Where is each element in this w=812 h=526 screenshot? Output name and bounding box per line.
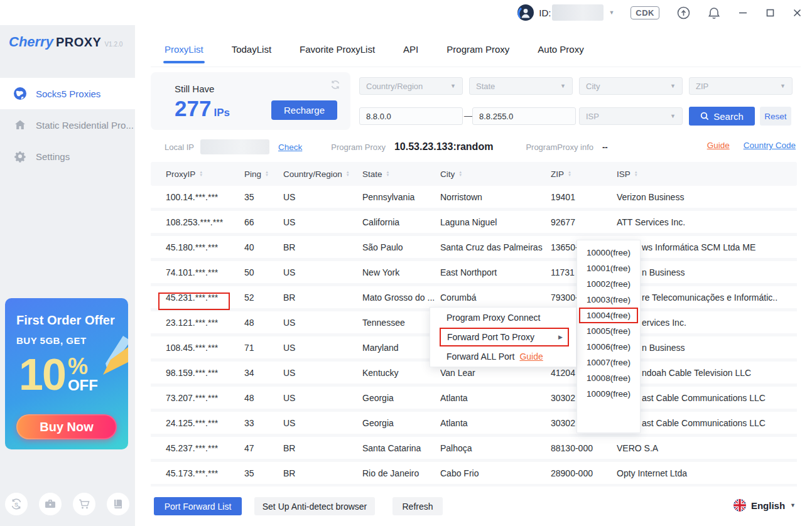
notification-bell-icon[interactable] [708,6,720,19]
search-label: Search [713,111,744,122]
chevron-down-icon: ▼ [450,83,456,89]
guide-link[interactable]: Guide [707,141,730,150]
port-option-10002[interactable]: 10002(free) [577,276,640,292]
port-option-10000[interactable]: 10000(free) [577,245,640,260]
upgrade-icon[interactable] [677,6,690,19]
manual-book-icon[interactable] [107,493,129,515]
port-option-10004[interactable]: 10004(free) [579,308,638,323]
column-header-proxyip[interactable]: ProxyIP▲▼ [151,169,244,179]
tab-favorite-proxylist[interactable]: Favorite ProxyList [300,44,375,63]
table-row[interactable]: 100.14.***.***35USPennsylvaniaNorristown… [151,186,797,211]
column-label: Ping [244,169,261,179]
refund-money-icon[interactable]: S [5,493,28,515]
search-button[interactable]: Search [689,107,755,126]
close-button[interactable] [793,8,802,18]
cell-proxy-ip: 108.45.***.*** [151,343,244,353]
cell-state: California [362,217,440,227]
titlebar: ID: ▼ CDK [0,0,812,25]
cell-proxy-ip: 23.121.***.*** [151,318,244,328]
user-avatar-icon[interactable] [517,4,534,21]
sidebar-item-socks5-proxies[interactable]: Socks5 Proxies [0,78,135,109]
sort-icon[interactable]: ▲▼ [458,171,462,177]
cell-isp: ast Cable Communications LLC [617,418,797,428]
sort-icon[interactable]: ▲▼ [265,171,269,177]
local-ip-redacted [200,139,269,154]
anti-detect-browser-button[interactable]: Set Up Anti-detect browser [254,497,375,515]
refresh-button[interactable]: Refresh [392,497,443,515]
reset-button[interactable]: Reset [760,107,791,126]
table-row[interactable]: 74.101.***.***50USNew YorkEast Northport… [151,261,797,286]
refresh-balance-icon[interactable] [330,80,340,92]
cell-country: US [283,217,362,227]
cell-state: São Paulo [362,242,440,252]
table-row[interactable]: 45.180.***.***40BRSão PauloSanta Cruz da… [151,236,797,261]
tab-api[interactable]: API [403,44,418,63]
sort-icon[interactable]: ▲▼ [346,171,350,177]
port-option-10006[interactable]: 10006(free) [577,339,640,355]
column-header-state[interactable]: State▲▼ [362,169,440,179]
context-menu: Program Proxy Connect Forward Port To Pr… [430,307,577,367]
briefcase-icon[interactable] [39,493,62,515]
tab-todaylist[interactable]: TodayList [232,44,271,63]
state-select[interactable]: State▼ [469,77,573,95]
column-header-city[interactable]: City▲▼ [440,169,551,179]
column-header-zip[interactable]: ZIP▲▼ [551,169,617,179]
language-selector[interactable]: English ▼ [734,499,796,512]
cell-zip: 19401 [551,192,617,202]
cell-city: Cabo Frio [440,468,551,478]
city-select[interactable]: City▼ [579,77,683,95]
table-row[interactable]: 73.207.***.***48USGeorgiaAtlanta30302ast… [151,387,797,412]
account-dropdown-caret-icon[interactable]: ▼ [609,9,614,16]
sort-icon[interactable]: ▲▼ [634,171,638,177]
port-option-10003[interactable]: 10003(free) [577,292,640,308]
menu-item-forward-port-to-proxy[interactable]: Forward Port To Proxy ▶ [440,328,569,346]
ip-range-end-input[interactable]: 8.8.255.0 [472,107,576,125]
zip-placeholder: ZIP [696,82,708,91]
port-option-10009[interactable]: 10009(free) [577,386,640,402]
sort-icon[interactable]: ▲▼ [386,171,390,177]
table-row[interactable]: 108.253.***.***66USCaliforniaLaguna Nigu… [151,211,797,236]
cell-isp: n Business [617,343,797,353]
port-option-10008[interactable]: 10008(free) [577,370,640,386]
cell-isp: n Business [617,267,797,277]
cell-proxy-ip: 108.253.***.*** [151,217,244,227]
sidebar-item-settings[interactable]: Settings [0,141,135,172]
table-row[interactable]: 45.173.***.***35BRRio de JaneiroCabo Fri… [151,462,797,486]
zip-select[interactable]: ZIP▼ [689,77,793,95]
sort-icon[interactable]: ▲▼ [199,171,203,177]
tab-proxylist[interactable]: ProxyList [165,44,203,63]
sidebar: CherryPROXYV1.2.0 Socks5 Proxies [0,25,135,526]
table-row[interactable]: 24.125.***.***33USGeorgiaAtlanta30302ast… [151,412,797,437]
cell-city: Atlanta [440,418,551,428]
port-forward-list-button[interactable]: Port Forward List [154,497,242,515]
ip-range-start-input[interactable]: 8.8.0.0 [359,107,463,125]
cell-proxy-ip: 45.237.***.*** [151,443,244,453]
buy-now-button[interactable]: Buy Now [16,414,117,439]
cdk-button[interactable]: CDK [631,6,659,19]
recharge-button[interactable]: Recharge [271,100,337,120]
shopping-cart-icon[interactable] [73,493,95,515]
menu-item-forward-all-port[interactable]: Forward ALL PortGuide [430,346,576,367]
port-option-10007[interactable]: 10007(free) [577,355,640,370]
menu-item-program-proxy-connect[interactable]: Program Proxy Connect [430,308,576,328]
cell-state: Georgia [362,393,440,403]
isp-placeholder: ISP [586,112,599,121]
table-row[interactable]: 45.237.***.***47BRSanta CatarinaPalhoça8… [151,437,797,462]
port-option-10005[interactable]: 10005(free) [577,323,640,339]
check-link[interactable]: Check [278,142,302,152]
city-placeholder: City [586,82,600,91]
sort-icon[interactable]: ▲▼ [568,171,571,177]
country-code-link[interactable]: Country Code [744,141,796,150]
sidebar-item-static-residential[interactable]: Static Residential Pro... [0,109,135,141]
isp-select[interactable]: ISP▼ [579,107,683,125]
tab-auto-proxy[interactable]: Auto Proxy [538,44,583,63]
column-header-isp[interactable]: ISP▲▼ [617,169,797,179]
country-region-select[interactable]: Country/Region▼ [359,77,463,95]
guide-link[interactable]: Guide [519,352,543,362]
maximize-button[interactable] [766,8,775,18]
port-option-10001[interactable]: 10001(free) [577,260,640,276]
minimize-button[interactable] [738,8,748,18]
column-header-country-region[interactable]: Country/Region▲▼ [283,169,362,179]
column-header-ping[interactable]: Ping▲▼ [244,169,283,179]
tab-program-proxy[interactable]: Program Proxy [447,44,509,63]
